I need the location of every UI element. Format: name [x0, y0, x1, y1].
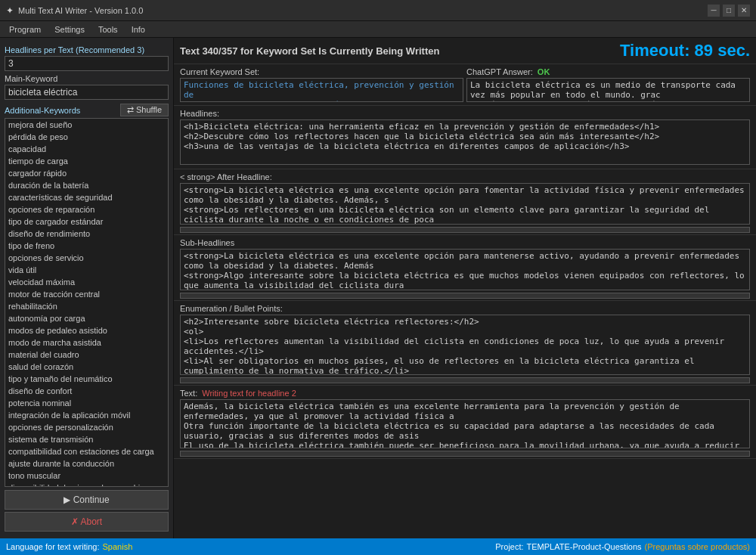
enumeration-scrollbar[interactable]: [180, 377, 750, 383]
keyword-item[interactable]: tipo y tamaño del neumático: [5, 373, 168, 385]
writing-status-label: Writing text for headline 2: [202, 389, 296, 398]
minimize-button[interactable]: ─: [708, 5, 720, 17]
after-headline-textarea[interactable]: [180, 183, 750, 225]
main-keyword-input[interactable]: [5, 85, 169, 100]
keyword-item[interactable]: material del cuadro: [5, 349, 168, 361]
headlines-per-text-input[interactable]: [5, 56, 169, 71]
chatgpt-textarea[interactable]: [466, 78, 750, 102]
keyword-item[interactable]: autonomía por carga: [5, 312, 168, 324]
shuffle-button[interactable]: ⇄ Shuffle: [120, 104, 169, 116]
right-panel: Text 340/357 for Keyword Set Is Currentl…: [174, 38, 756, 538]
keyword-item[interactable]: vida útil: [5, 264, 168, 276]
keyword-item[interactable]: tono muscular: [5, 470, 168, 482]
menu-tools[interactable]: Tools: [92, 23, 124, 36]
keyword-set-label: Current Keyword Set:: [180, 67, 463, 76]
keyword-item[interactable]: tipo de cargador estándar: [5, 215, 168, 228]
keyword-item[interactable]: rehabilitación: [5, 300, 168, 312]
panels-container[interactable]: Current Keyword Set: ChatGPT Answer: OK …: [174, 64, 756, 538]
keyword-item[interactable]: integración de la aplicación móvil: [5, 409, 168, 421]
continue-button[interactable]: ▶ Continue: [5, 490, 169, 510]
keyword-item[interactable]: potencia nominal: [5, 397, 168, 409]
enumeration-section: Enumeration / Bullet Points:: [174, 301, 756, 386]
keywords-list[interactable]: mejora del sueñopérdida de pesocapacidad…: [5, 118, 169, 487]
keyword-item[interactable]: motor de tracción central: [5, 288, 168, 300]
enumeration-section-title: Enumeration / Bullet Points:: [180, 304, 750, 313]
sub-headlines-section-title: Sub-Headlines: [180, 238, 750, 247]
keyword-item[interactable]: cargador rápido: [5, 167, 168, 179]
menu-program[interactable]: Program: [3, 23, 47, 36]
menu-settings[interactable]: Settings: [48, 23, 91, 36]
menu-info[interactable]: Info: [125, 23, 151, 36]
sub-headlines-textarea[interactable]: [180, 249, 750, 290]
main-content: Headlines per Text (Recommended 3) Main-…: [0, 38, 756, 538]
after-headline-section-title: < strong> After Headline:: [180, 172, 750, 181]
keyword-item[interactable]: disponibilidad de piezas de recambio: [5, 482, 168, 487]
enumeration-textarea[interactable]: [180, 315, 750, 375]
additional-keywords-label: Additional-Keywords: [5, 106, 80, 115]
keyword-item[interactable]: mejora del sueño: [5, 119, 168, 131]
ok-badge: OK: [538, 67, 550, 76]
headlines-per-text-label: Headlines per Text (Recommended 3): [5, 45, 169, 54]
keyword-item[interactable]: diseño de rendimiento: [5, 228, 168, 240]
sub-headlines-section: Sub-Headlines: [174, 235, 756, 301]
titlebar-left: ✦ Multi Text AI Writer - Version 1.0.0: [6, 5, 143, 16]
titlebar: ✦ Multi Text AI Writer - Version 1.0.0 ─…: [0, 0, 756, 21]
keyword-item[interactable]: modo de marcha asistida: [5, 336, 168, 349]
chatgpt-col: ChatGPT Answer: OK: [466, 67, 750, 102]
keyword-item[interactable]: opciones de reparación: [5, 203, 168, 215]
project-label: Project:: [495, 542, 523, 551]
headlines-textarea[interactable]: [180, 119, 750, 165]
titlebar-controls[interactable]: ─ □ ✕: [708, 5, 750, 17]
keyword-item[interactable]: tipo de freno: [5, 240, 168, 252]
text-section: Text: Writing text for headline 2: [174, 386, 756, 459]
keyword-item[interactable]: duración de la batería: [5, 179, 168, 191]
keyword-item[interactable]: compatibilidad con estaciones de carga: [5, 445, 168, 457]
sub-headlines-scrollbar[interactable]: [180, 293, 750, 299]
keyword-item[interactable]: velocidad máxima: [5, 276, 168, 288]
keyword-item[interactable]: opciones de servicio: [5, 252, 168, 264]
chatgpt-label: ChatGPT Answer: OK: [466, 67, 750, 76]
keyword-set-col: Current Keyword Set:: [180, 67, 463, 102]
keyword-item[interactable]: capacidad: [5, 143, 168, 155]
keyword-item[interactable]: ajuste durante la conducción: [5, 457, 168, 470]
after-headline-scrollbar[interactable]: [180, 227, 750, 233]
timeout-display: Timeout: 89 sec.: [620, 41, 750, 60]
main-keyword-label: Main-Keyword: [5, 74, 169, 83]
language-label: Language for text writing:: [6, 542, 100, 551]
status-title: Text 340/357 for Keyword Set Is Currentl…: [180, 45, 439, 57]
headlines-section-title: Headlines:: [180, 109, 750, 118]
app-icon: ✦: [6, 5, 14, 16]
text-textarea[interactable]: [180, 399, 750, 448]
project-name: TEMPLATE-Product-Questions: [527, 542, 642, 551]
statusbar: Language for text writing: Spanish Proje…: [0, 538, 756, 555]
app-title: Multi Text AI Writer - Version 1.0.0: [18, 6, 143, 15]
menubar: Program Settings Tools Info: [0, 21, 756, 38]
keyword-item[interactable]: sistema de transmisión: [5, 433, 168, 445]
maximize-button[interactable]: □: [723, 5, 735, 17]
keyword-item[interactable]: pérdida de peso: [5, 131, 168, 143]
keyword-item[interactable]: modos de pedaleo asistido: [5, 324, 168, 336]
sidebar: Headlines per Text (Recommended 3) Main-…: [0, 38, 174, 538]
keyword-item[interactable]: salud del corazón: [5, 361, 168, 373]
close-button[interactable]: ✕: [738, 5, 750, 17]
abort-button[interactable]: ✗ Abort: [5, 512, 169, 532]
keyword-item[interactable]: diseño de confort: [5, 385, 168, 397]
keyword-item[interactable]: tiempo de carga: [5, 155, 168, 167]
top-row: Current Keyword Set: ChatGPT Answer: OK: [174, 64, 756, 106]
headlines-section: Headlines:: [174, 106, 756, 169]
statusbar-left: Language for text writing: Spanish: [6, 542, 132, 551]
keywords-textarea[interactable]: [180, 78, 463, 102]
text-section-title: Text: Writing text for headline 2: [180, 389, 750, 398]
language-value: Spanish: [103, 542, 133, 551]
keyword-item[interactable]: opciones de personalización: [5, 421, 168, 433]
text-scrollbar[interactable]: [180, 451, 750, 457]
project-subtitle: (Preguntas sobre productos): [645, 542, 750, 551]
additional-keywords-header: Additional-Keywords ⇄ Shuffle: [5, 103, 169, 116]
keyword-item[interactable]: características de seguridad: [5, 191, 168, 203]
after-headline-section: < strong> After Headline:: [174, 169, 756, 235]
statusbar-right: Project: TEMPLATE-Product-Questions (Pre…: [495, 542, 750, 551]
right-header: Text 340/357 for Keyword Set Is Currentl…: [174, 38, 756, 64]
